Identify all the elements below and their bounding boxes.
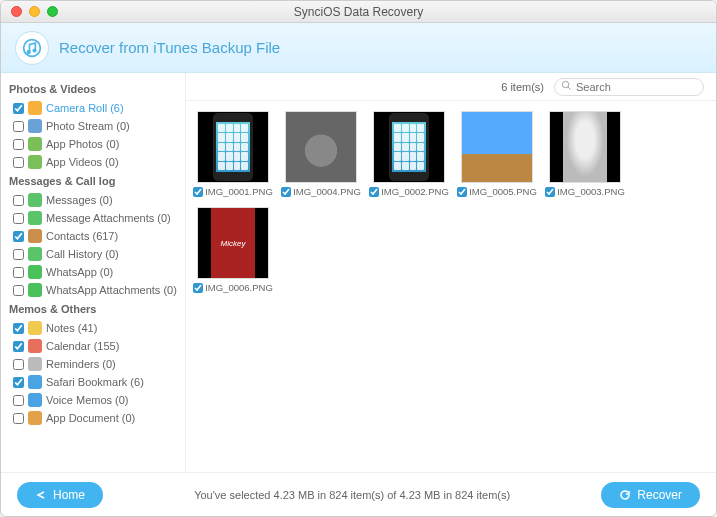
- sidebar-item-checkbox[interactable]: [13, 413, 24, 424]
- sidebar-item[interactable]: Voice Memos (0): [7, 391, 185, 409]
- sidebar-item[interactable]: Camera Roll (6): [7, 99, 185, 117]
- home-button[interactable]: Home: [17, 482, 103, 508]
- sidebar-item-checkbox[interactable]: [13, 121, 24, 132]
- page-header: Recover from iTunes Backup File: [1, 23, 716, 73]
- category-icon: [28, 155, 42, 169]
- search-input[interactable]: [576, 81, 697, 93]
- svg-line-4: [568, 87, 571, 90]
- sidebar-item[interactable]: App Photos (0): [7, 135, 185, 153]
- sidebar-item-label: Contacts (617): [46, 230, 118, 242]
- thumbnail-checkbox[interactable]: [193, 283, 203, 293]
- thumbnail-item[interactable]: IMG_0001.PNG: [194, 111, 272, 197]
- svg-point-3: [562, 81, 568, 87]
- sidebar-section-title: Messages & Call log: [7, 171, 185, 191]
- thumbnail-item[interactable]: IMG_0004.PNG: [282, 111, 360, 197]
- thumbnail-image[interactable]: Mickey: [197, 207, 269, 279]
- sidebar-item-checkbox[interactable]: [13, 103, 24, 114]
- sidebar-item[interactable]: Messages (0): [7, 191, 185, 209]
- item-count-label: 6 item(s): [501, 81, 544, 93]
- thumbnail-grid[interactable]: IMG_0001.PNGIMG_0004.PNGIMG_0002.PNGIMG_…: [186, 101, 716, 472]
- sidebar-item-checkbox[interactable]: [13, 377, 24, 388]
- sidebar-item-label: Safari Bookmark (6): [46, 376, 144, 388]
- close-window-button[interactable]: [11, 6, 22, 17]
- zoom-window-button[interactable]: [47, 6, 58, 17]
- sidebar-item-checkbox[interactable]: [13, 195, 24, 206]
- window-title: SynciOS Data Recovery: [1, 5, 716, 19]
- sidebar-item-checkbox[interactable]: [13, 267, 24, 278]
- sidebar-item-checkbox[interactable]: [13, 139, 24, 150]
- sidebar-item[interactable]: Reminders (0): [7, 355, 185, 373]
- sidebar-item[interactable]: Safari Bookmark (6): [7, 373, 185, 391]
- sidebar-item-label: App Videos (0): [46, 156, 119, 168]
- category-icon: [28, 211, 42, 225]
- sidebar-item[interactable]: App Document (0): [7, 409, 185, 427]
- sidebar-item-label: App Photos (0): [46, 138, 119, 150]
- sidebar-item[interactable]: App Videos (0): [7, 153, 185, 171]
- sidebar-item-label: Notes (41): [46, 322, 97, 334]
- thumbnail-image[interactable]: [461, 111, 533, 183]
- sidebar-item[interactable]: Notes (41): [7, 319, 185, 337]
- sidebar-item[interactable]: WhatsApp Attachments (0): [7, 281, 185, 299]
- sidebar-item[interactable]: Calendar (155): [7, 337, 185, 355]
- sidebar-item-label: Reminders (0): [46, 358, 116, 370]
- thumbnail-checkbox[interactable]: [281, 187, 291, 197]
- minimize-window-button[interactable]: [29, 6, 40, 17]
- sidebar-item-checkbox[interactable]: [13, 213, 24, 224]
- recover-button-label: Recover: [637, 488, 682, 502]
- sidebar-item-label: Message Attachments (0): [46, 212, 171, 224]
- page-title: Recover from iTunes Backup File: [59, 39, 280, 56]
- app-window: SynciOS Data Recovery Recover from iTune…: [0, 0, 717, 517]
- sidebar-item-label: Photo Stream (0): [46, 120, 130, 132]
- sidebar-item-label: WhatsApp (0): [46, 266, 113, 278]
- thumbnail-filename: IMG_0006.PNG: [205, 282, 273, 293]
- sidebar-item-checkbox[interactable]: [13, 395, 24, 406]
- sidebar-item-checkbox[interactable]: [13, 323, 24, 334]
- grid-toolbar: 6 item(s): [186, 73, 716, 101]
- sidebar-item-label: Messages (0): [46, 194, 113, 206]
- sidebar-item-checkbox[interactable]: [13, 249, 24, 260]
- sidebar-section-title: Memos & Others: [7, 299, 185, 319]
- sidebar-item[interactable]: Contacts (617): [7, 227, 185, 245]
- sidebar-item[interactable]: WhatsApp (0): [7, 263, 185, 281]
- main-panel: 6 item(s) IMG_0001.PNGIMG_0004.PNGIMG_00…: [186, 73, 716, 472]
- thumbnail-item[interactable]: IMG_0003.PNG: [546, 111, 624, 197]
- category-icon: [28, 247, 42, 261]
- thumbnail-checkbox[interactable]: [545, 187, 555, 197]
- thumbnail-item[interactable]: MickeyIMG_0006.PNG: [194, 207, 272, 293]
- search-icon: [561, 80, 572, 93]
- category-sidebar[interactable]: Photos & VideosCamera Roll (6)Photo Stre…: [1, 73, 186, 472]
- category-icon: [28, 283, 42, 297]
- thumbnail-filename: IMG_0002.PNG: [381, 186, 449, 197]
- thumbnail-image[interactable]: [373, 111, 445, 183]
- sidebar-item[interactable]: Photo Stream (0): [7, 117, 185, 135]
- category-icon: [28, 375, 42, 389]
- category-icon: [28, 119, 42, 133]
- sidebar-item[interactable]: Call History (0): [7, 245, 185, 263]
- category-icon: [28, 137, 42, 151]
- thumbnail-image[interactable]: [285, 111, 357, 183]
- category-icon: [28, 357, 42, 371]
- thumbnail-checkbox[interactable]: [457, 187, 467, 197]
- sidebar-item-checkbox[interactable]: [13, 157, 24, 168]
- search-box[interactable]: [554, 78, 704, 96]
- thumbnail-image[interactable]: [197, 111, 269, 183]
- sidebar-item-checkbox[interactable]: [13, 359, 24, 370]
- sidebar-section-title: Photos & Videos: [7, 79, 185, 99]
- recover-button[interactable]: Recover: [601, 482, 700, 508]
- category-icon: [28, 101, 42, 115]
- sidebar-item-checkbox[interactable]: [13, 285, 24, 296]
- itunes-icon: [15, 31, 49, 65]
- thumbnail-checkbox[interactable]: [369, 187, 379, 197]
- sidebar-item[interactable]: Message Attachments (0): [7, 209, 185, 227]
- home-button-label: Home: [53, 488, 85, 502]
- thumbnail-item[interactable]: IMG_0005.PNG: [458, 111, 536, 197]
- sidebar-item-checkbox[interactable]: [13, 231, 24, 242]
- thumbnail-checkbox[interactable]: [193, 187, 203, 197]
- sidebar-item-label: App Document (0): [46, 412, 135, 424]
- thumbnail-item[interactable]: IMG_0002.PNG: [370, 111, 448, 197]
- content-area: Photos & VideosCamera Roll (6)Photo Stre…: [1, 73, 716, 472]
- sidebar-item-label: Call History (0): [46, 248, 119, 260]
- sidebar-item-checkbox[interactable]: [13, 341, 24, 352]
- thumbnail-image[interactable]: [549, 111, 621, 183]
- category-icon: [28, 229, 42, 243]
